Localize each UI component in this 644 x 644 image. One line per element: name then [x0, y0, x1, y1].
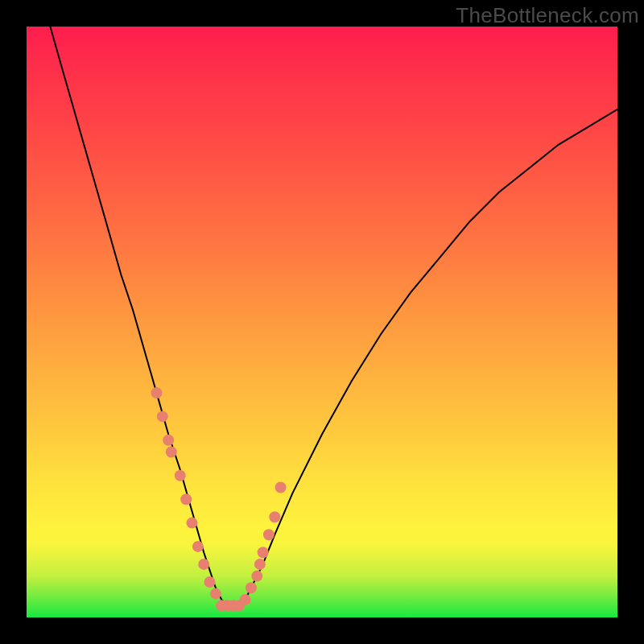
highlight-dot	[192, 541, 204, 552]
highlight-dot	[175, 470, 186, 481]
highlight-dot	[210, 588, 221, 600]
highlight-dot	[198, 559, 209, 570]
highlight-dot	[163, 435, 174, 446]
bottleneck-curve	[50, 27, 617, 605]
highlight-dot	[254, 559, 266, 570]
highlight-dots	[151, 387, 287, 611]
highlight-dot	[240, 594, 251, 605]
highlight-dot	[166, 447, 177, 458]
highlight-dot	[275, 482, 287, 493]
highlight-dot	[157, 411, 168, 422]
highlight-dot	[263, 529, 275, 540]
highlight-dot	[258, 547, 269, 558]
highlight-dot	[180, 493, 192, 505]
highlight-dot	[269, 511, 280, 522]
chart-overlay	[27, 27, 617, 617]
highlight-dot	[251, 571, 262, 582]
chart-stage: TheBottleneck.com	[0, 0, 644, 644]
highlight-dot	[204, 576, 216, 588]
highlight-dot	[187, 518, 198, 529]
highlight-dot	[151, 387, 163, 398]
watermark-text: TheBottleneck.com	[456, 3, 639, 28]
highlight-dot	[246, 582, 257, 593]
